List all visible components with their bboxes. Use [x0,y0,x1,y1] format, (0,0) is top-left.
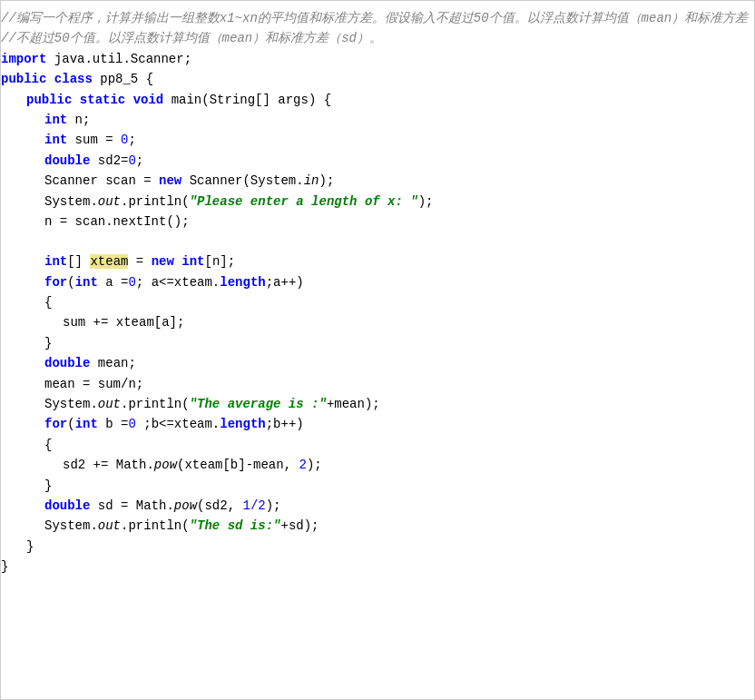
line-class-close: } [1,557,754,577]
keyword: import [1,52,46,66]
italic-identifier: in [304,173,319,188]
line-println2: System.out.println("The average is :"+me… [1,394,754,414]
normal-text: System. [44,397,98,411]
line-content: double sd2=0; [44,151,143,171]
keyword: for [44,275,67,290]
keyword: length [220,417,265,431]
line-comment1: //编写一个程序，计算并输出一组整数x1~xn的平均值和标准方差。假设输入不超过… [1,8,754,28]
normal-text: ); [418,194,434,209]
string-literal: "The average is :" [190,397,327,411]
keyword: int [75,275,98,290]
normal-text: ; a<=xteam. [136,275,220,290]
keyword: int [44,133,67,147]
number-literal: 0 [128,275,135,290]
normal-text: pp8_5 { [93,72,153,86]
italic-identifier: out [98,194,121,209]
line-for1: for(int a =0; a<=xteam.length;a++) [1,272,754,292]
line-content: public static void main(String[] args) { [26,90,331,110]
normal-text: .println( [121,397,190,411]
line-double-sd2: double sd2=0; [1,151,754,171]
keyword: double [44,356,90,370]
normal-text: = [128,254,151,269]
line-content: } [1,557,8,577]
line-content: int[] xteam = new int[n]; [44,251,235,271]
normal-text: System. [44,194,98,209]
normal-text: sum = [67,133,121,147]
line-println1: System.out.println("Please enter a lengt… [1,192,754,212]
normal-text: b = [98,417,129,431]
keyword: for [44,417,67,431]
keyword: double [44,153,90,168]
normal-text: ( [67,275,74,290]
line-content: { [44,435,52,455]
line-content: int n; [44,110,90,130]
line-brace1-close: } [1,333,754,353]
normal-text: (xteam[b]-mean, [177,458,299,472]
keyword: int [75,417,98,431]
normal-text: { [44,295,52,310]
line-import: import java.util.Scanner; [1,49,754,69]
line-content: double mean; [44,353,136,373]
line-content: } [26,537,34,557]
code-editor: //编写一个程序，计算并输出一组整数x1~xn的平均值和标准方差。假设输入不超过… [0,0,755,700]
number-literal: 2 [299,458,306,472]
keyword: public [1,72,46,86]
keyword: int [181,254,204,269]
number-literal: 0 [128,417,135,431]
normal-text: ;b<=xteam. [136,417,220,431]
line-sd2-calc: sd2 += Math.pow(xteam[b]-mean, 2); [1,455,754,475]
normal-text: mean = sum/n; [44,377,143,391]
normal-text: (sd2, [197,498,242,513]
line-main: public static void main(String[] args) { [1,90,754,110]
code-lines: //编写一个程序，计算并输出一组整数x1~xn的平均值和标准方差。假设输入不超过… [1,8,754,577]
number-literal: 0 [128,153,135,168]
line-int-array: int[] xteam = new int[n]; [1,251,754,271]
normal-text [125,93,132,107]
line-nextint: n = scan.nextInt(); [1,212,754,232]
keyword: static [80,93,125,107]
line-double-sd: double sd = Math.pow(sd2, 1/2); [1,496,754,516]
normal-text [72,93,79,107]
normal-text: .println( [121,518,190,533]
line-content: Scanner scan = new Scanner(System.in); [44,171,334,191]
line-int-sum: int sum = 0; [1,130,754,150]
line-empty1 [1,232,754,251]
normal-text: main(String[] args) { [163,93,331,107]
line-content: //编写一个程序，计算并输出一组整数x1~xn的平均值和标准方差。假设输入不超过… [1,8,755,28]
italic-identifier: out [98,518,121,533]
normal-text: ); [307,458,322,472]
italic-identifier: pow [174,498,197,513]
line-content: mean = sum/n; [44,374,143,394]
normal-text: n; [67,113,90,127]
number-literal: 1/2 [242,498,265,513]
string-literal: "The sd is:" [190,518,281,533]
line-double-mean: double mean; [1,353,754,373]
normal-text: } [1,559,8,574]
normal-text: { [44,438,52,452]
line-content: System.out.println("The sd is:"+sd); [44,516,319,536]
normal-text: [] [67,254,90,269]
normal-text: Scanner(System. [181,173,303,188]
normal-text: } [26,539,34,554]
line-brace2-close: } [1,476,754,496]
line-content: { [44,292,52,312]
italic-identifier: out [98,397,121,411]
keyword: length [220,275,265,290]
keyword: class [54,72,93,86]
keyword: void [133,93,164,107]
line-brace1-open: { [1,292,754,312]
normal-text: ); [319,173,334,188]
normal-text: [n]; [205,254,236,269]
normal-text: ( [67,417,74,431]
line-content: sum += xteam[a]; [63,312,184,332]
keyword: public [26,93,72,107]
line-content: import java.util.Scanner; [1,49,191,69]
line-mean-calc: mean = sum/n; [1,374,754,394]
normal-text: ;a++) [266,275,304,290]
italic-identifier: pow [154,458,177,472]
line-content: System.out.println("Please enter a lengt… [44,192,434,212]
line-class: public class pp8_5 { [1,69,754,89]
line-content: } [44,476,52,496]
normal-text: } [44,336,52,350]
string-literal: "Please enter a length of x: " [190,194,418,209]
